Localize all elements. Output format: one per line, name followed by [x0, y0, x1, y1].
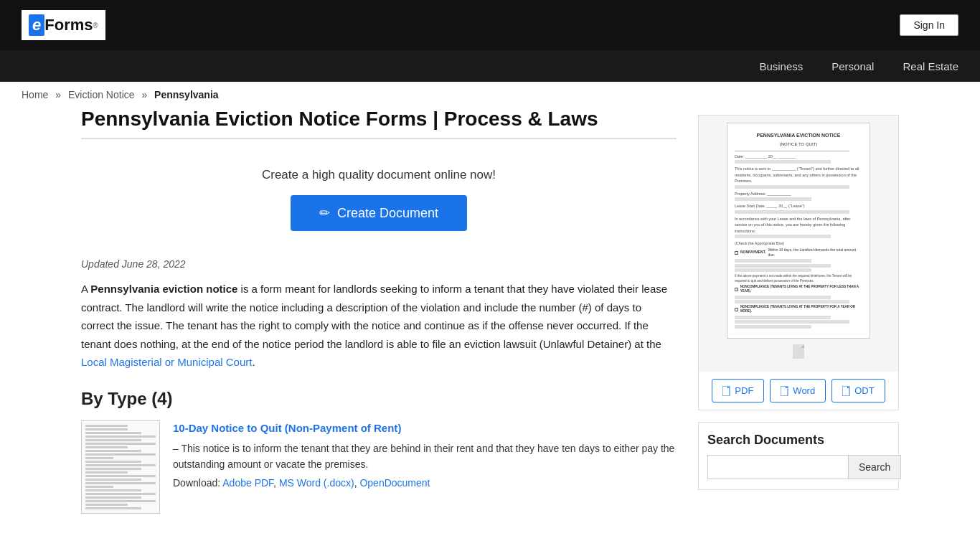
nav-item-business[interactable]: Business: [759, 60, 803, 72]
notice-title: 10-Day Notice to Quit (Non-Payment of Re…: [173, 420, 677, 437]
breadcrumb-eviction-notice[interactable]: Eviction Notice: [68, 89, 135, 100]
download-pdf-link[interactable]: Adobe PDF: [222, 477, 273, 489]
breadcrumb: Home » Eviction Notice » Pennsylvania: [0, 82, 980, 108]
notice-thumbnail: [81, 420, 160, 514]
sign-in-button[interactable]: Sign In: [900, 14, 958, 36]
doc-buttons: PDF Word ODT: [699, 372, 898, 410]
desc-intro: A: [81, 283, 90, 295]
search-documents-box: Search Documents Search: [698, 422, 899, 490]
top-right: Sign In: [900, 14, 958, 36]
download-word-link[interactable]: MS Word (.docx): [279, 477, 354, 489]
logo-registered: ®: [93, 22, 98, 29]
notice-info: 10-Day Notice to Quit (Non-Payment of Re…: [173, 420, 677, 489]
notice-title-bold: Non-Payment of Rent: [288, 422, 398, 434]
logo-forms-text: Forms: [44, 16, 93, 34]
odt-icon: [842, 386, 851, 396]
nav-item-personal[interactable]: Personal: [831, 60, 874, 72]
odt-button[interactable]: ODT: [831, 379, 885, 402]
notice-card: 10-Day Notice to Quit (Non-Payment of Re…: [81, 420, 677, 514]
logo-e-letter: e: [29, 14, 44, 36]
logo-box: e Forms ®: [22, 10, 105, 40]
description: A Pennsylvania eviction notice is a form…: [81, 280, 677, 372]
nav-item-real-estate[interactable]: Real Estate: [903, 60, 958, 72]
doc-subtitle: (NOTICE TO QUIT): [735, 141, 862, 148]
pdf-button[interactable]: PDF: [712, 379, 764, 402]
desc-link[interactable]: Local Magisterial or Municipal Court: [81, 356, 252, 368]
search-input-row: Search: [707, 455, 890, 479]
search-input[interactable]: [707, 455, 849, 479]
download-odt-link[interactable]: OpenDocument: [359, 477, 430, 489]
create-btn-label: Create Document: [337, 206, 438, 221]
content-area: Pennsylvania Eviction Notice Forms | Pro…: [81, 108, 677, 528]
search-button[interactable]: Search: [849, 455, 901, 479]
sidebar: PENNSYLVANIA EVICTION NOTICE (NOTICE TO …: [698, 108, 899, 528]
doc-paper: PENNSYLVANIA EVICTION NOTICE (NOTICE TO …: [727, 123, 870, 339]
odt-btn-label: ODT: [854, 385, 874, 396]
pdf-btn-label: PDF: [735, 385, 753, 396]
notice-download: Download: Adobe PDF, MS Word (.docx), Op…: [173, 477, 677, 489]
download-prefix: Download:: [173, 477, 220, 489]
word-icon: [781, 386, 789, 396]
search-docs-title: Search Documents: [707, 433, 890, 448]
desc-end: .: [252, 356, 255, 368]
pdf-icon: [722, 386, 731, 396]
document-preview-box: PENNSYLVANIA EVICTION NOTICE (NOTICE TO …: [698, 115, 899, 410]
breadcrumb-sep-2: »: [141, 89, 147, 100]
by-type-heading: By Type (4): [81, 389, 677, 409]
page-title: Pennsylvania Eviction Notice Forms | Pro…: [81, 108, 677, 139]
breadcrumb-home[interactable]: Home: [22, 89, 48, 100]
logo[interactable]: e Forms ®: [22, 10, 107, 40]
doc-title: PENNSYLVANIA EVICTION NOTICE: [735, 132, 862, 140]
create-document-button[interactable]: ✏ Create Document: [291, 195, 467, 231]
breadcrumb-sep-1: »: [55, 89, 61, 100]
doc-icon-row: [793, 339, 804, 364]
create-document-box: Create a high quality document online no…: [81, 146, 677, 245]
create-tagline: Create a high quality document online no…: [81, 168, 677, 182]
main-container: Pennsylvania Eviction Notice Forms | Pro…: [60, 108, 920, 528]
word-button[interactable]: Word: [770, 379, 826, 402]
notice-title-link[interactable]: 10-Day Notice to Quit (Non-Payment of Re…: [173, 422, 401, 434]
doc-preview-inner: PENNSYLVANIA EVICTION NOTICE (NOTICE TO …: [699, 116, 898, 372]
top-bar: e Forms ® Sign In: [0, 0, 980, 50]
desc-bold: Pennsylvania eviction notice: [90, 283, 237, 295]
notice-description: – This notice is to inform the tenant th…: [173, 441, 677, 473]
doc-icon-small: [793, 344, 804, 359]
updated-date: Updated June 28, 2022: [81, 258, 677, 270]
breadcrumb-current: Pennsylvania: [154, 89, 219, 100]
pencil-icon: ✏: [319, 205, 330, 221]
word-btn-label: Word: [793, 385, 815, 396]
nav-bar: Business Personal Real Estate: [0, 50, 980, 82]
